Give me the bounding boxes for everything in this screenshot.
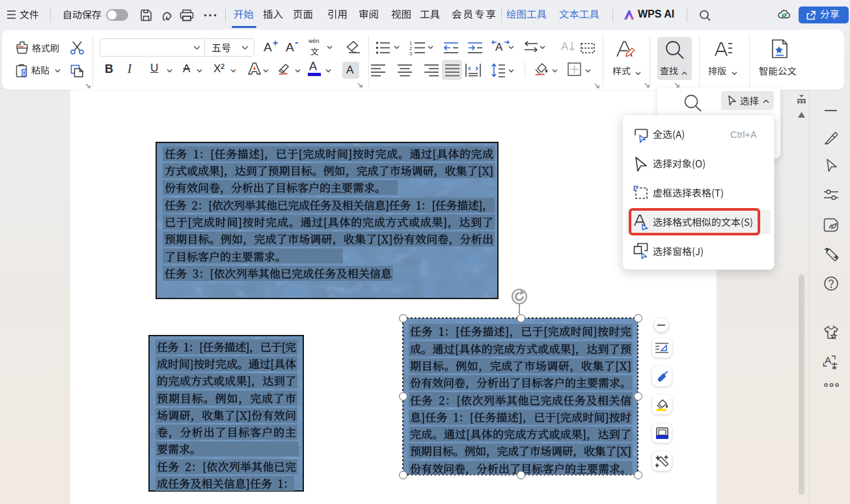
svg-text:3: 3 bbox=[409, 51, 412, 55]
